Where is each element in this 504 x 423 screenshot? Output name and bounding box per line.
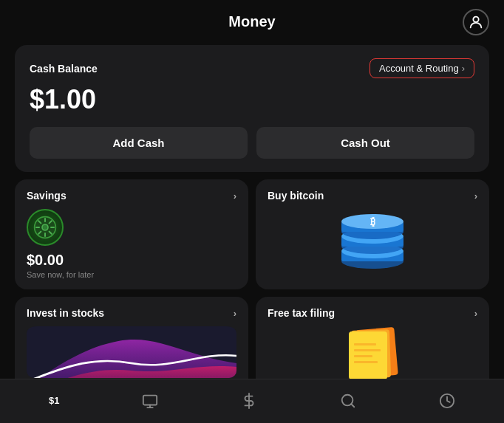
cash-out-button[interactable]: Cash Out [256,127,474,159]
bitcoin-chevron-icon: › [474,190,477,202]
svg-line-35 [351,404,354,407]
svg-rect-28 [354,355,372,357]
savings-subtitle: Save now, for later [27,270,236,279]
stocks-card[interactable]: Invest in stocks › [15,297,248,379]
stocks-chevron-icon: › [234,308,236,319]
search-icon [340,393,356,409]
bitcoin-illustration: ₿ [268,209,477,272]
bitcoin-card[interactable]: Buy bitcoin › ₿ [256,179,489,289]
grid-row-1: Savings › [15,179,489,289]
account-routing-label: Account & Routing [379,63,459,74]
stocks-chart-svg [27,326,236,378]
tax-illustration [268,326,477,378]
bitcoin-title: Buy bitcoin [268,190,324,202]
svg-text:₿: ₿ [370,216,375,227]
bitcoin-stack-svg: ₿ [332,211,413,270]
savings-card[interactable]: Savings › [15,179,248,289]
tax-title: Free tax filing [268,307,335,319]
nav-item-dollar[interactable] [232,390,266,412]
stocks-illustration [27,326,236,378]
account-routing-button[interactable]: Account & Routing › [370,58,474,78]
avatar-button[interactable] [463,9,489,35]
grid-row-2: Invest in stocks › [15,297,489,379]
tax-chevron-icon: › [474,308,477,319]
dollar-sign-icon [241,393,257,409]
savings-amount: $0.00 [27,252,236,269]
person-icon [468,14,484,30]
balance-card: Cash Balance Account & Routing › $1.00 A… [15,45,489,172]
nav-item-balance[interactable]: $1 [40,392,68,409]
savings-chevron-icon: › [234,190,236,202]
bottom-nav: $1 [0,379,504,423]
savings-title: Savings [27,190,67,202]
tax-card[interactable]: Free tax filing › [256,297,489,379]
savings-gear-icon [33,216,57,239]
savings-icon [27,209,64,246]
clock-icon [439,393,455,409]
add-cash-button[interactable]: Add Cash [30,127,248,159]
svg-point-0 [473,16,478,21]
balance-card-header: Cash Balance Account & Routing › [30,58,474,78]
svg-rect-27 [354,349,381,351]
main-content: Cash Balance Account & Routing › $1.00 A… [0,38,504,379]
tax-docs-svg [336,323,409,379]
tv-icon [142,393,158,409]
chevron-right-icon: › [462,63,465,74]
stocks-title: Invest in stocks [27,307,104,319]
nav-balance-label: $1 [49,395,59,406]
cash-balance-label: Cash Balance [30,63,98,75]
nav-item-search[interactable] [331,390,365,412]
page-title: Money [228,13,275,30]
svg-point-11 [43,225,47,230]
svg-rect-26 [354,343,376,345]
nav-item-history[interactable] [430,390,464,412]
header: Money [0,0,504,38]
svg-rect-29 [354,361,378,363]
svg-rect-30 [143,395,157,405]
balance-amount: $1.00 [30,84,474,115]
action-buttons: Add Cash Cash Out [30,127,474,159]
nav-item-tv[interactable] [133,390,167,412]
